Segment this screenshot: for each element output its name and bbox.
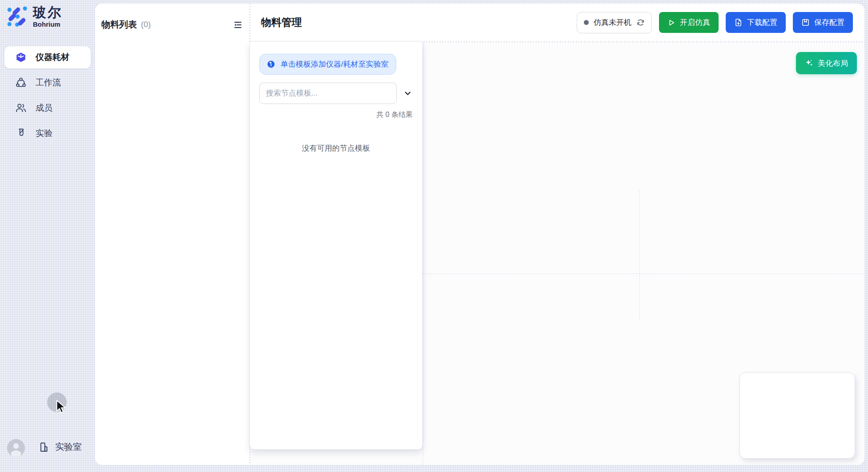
avatar-person-icon <box>7 439 25 457</box>
status-dot <box>584 20 589 25</box>
collapse-panel-icon[interactable] <box>233 20 243 30</box>
sparkles-icon <box>805 59 814 68</box>
start-simulation-button[interactable]: 开启仿真 <box>659 12 719 33</box>
members-icon <box>15 102 27 114</box>
file-download-icon <box>734 18 743 27</box>
info-banner: 单击模板添加仪器/耗材至实验室 <box>259 54 396 75</box>
laboratory-label: 实验室 <box>55 441 82 453</box>
cube-icon <box>15 52 27 63</box>
save-icon <box>801 18 810 27</box>
flow-canvas[interactable]: 单击模板添加仪器/耗材至实验室 共 0 条结果 没有可用的节点模板 美化布局 <box>250 42 864 465</box>
brand-name-zh: 玻尔 <box>33 5 62 20</box>
empty-state-text: 没有可用的节点模板 <box>259 143 413 153</box>
chevron-down-icon[interactable] <box>403 88 413 98</box>
sidebar-item-experiments[interactable]: 实验 <box>4 122 91 144</box>
canvas-minimap[interactable] <box>739 372 855 459</box>
download-config-button[interactable]: 下载配置 <box>726 12 786 33</box>
info-banner-text: 单击模板添加仪器/耗材至实验室 <box>281 59 389 69</box>
sidebar-item-label: 仪器耗材 <box>36 52 69 63</box>
sidebar-item-label: 成员 <box>36 102 52 114</box>
workflow-icon <box>15 77 27 88</box>
node-template-panel: 单击模板添加仪器/耗材至实验室 共 0 条结果 没有可用的节点模板 <box>250 42 422 449</box>
materials-list-panel: 物料列表 (0) <box>95 4 249 465</box>
materials-list-title: 物料列表 <box>101 19 137 31</box>
info-icon <box>267 60 275 68</box>
page-header: 物料管理 仿真未开机 开启仿真 <box>250 4 864 41</box>
sidebar-item-members[interactable]: 成员 <box>4 97 91 119</box>
status-label: 仿真未开机 <box>594 17 631 28</box>
brand-name-en: Bohrium <box>33 20 62 28</box>
search-template-input[interactable] <box>259 83 397 104</box>
simulation-status-pill[interactable]: 仿真未开机 <box>577 12 652 33</box>
play-icon <box>667 19 675 27</box>
sidebar-item-instruments[interactable]: 仪器耗材 <box>4 46 91 68</box>
user-avatar[interactable] <box>7 439 25 457</box>
refresh-icon[interactable] <box>636 18 645 27</box>
result-count: 共 0 条结果 <box>259 110 413 120</box>
page-title: 物料管理 <box>261 16 302 29</box>
canvas-guideline <box>422 42 423 465</box>
mouse-cursor <box>56 400 68 413</box>
save-config-button[interactable]: 保存配置 <box>793 12 853 33</box>
sidebar-item-laboratory[interactable]: 实验室 <box>38 441 82 453</box>
canvas-guideline <box>639 190 640 319</box>
experiment-icon <box>15 128 27 139</box>
sidebar-footer: 实验室 <box>0 438 95 459</box>
canvas-guideline <box>422 273 864 274</box>
sidebar-nav: 仪器耗材 工作流 成员 <box>0 46 95 144</box>
main-content-card: 物料列表 (0) 物料管理 仿真未开机 <box>95 4 864 465</box>
sidebar-item-label: 实验 <box>36 128 52 139</box>
laboratory-building-icon <box>38 441 50 453</box>
brand-logo: 玻尔 Bohrium <box>6 5 62 28</box>
materials-list-count: (0) <box>141 20 151 29</box>
bohrium-logo-icon <box>6 5 28 28</box>
sidebar-item-workflow[interactable]: 工作流 <box>4 72 91 94</box>
beautify-layout-button[interactable]: 美化布局 <box>796 52 857 74</box>
sidebar-item-label: 工作流 <box>36 77 61 88</box>
